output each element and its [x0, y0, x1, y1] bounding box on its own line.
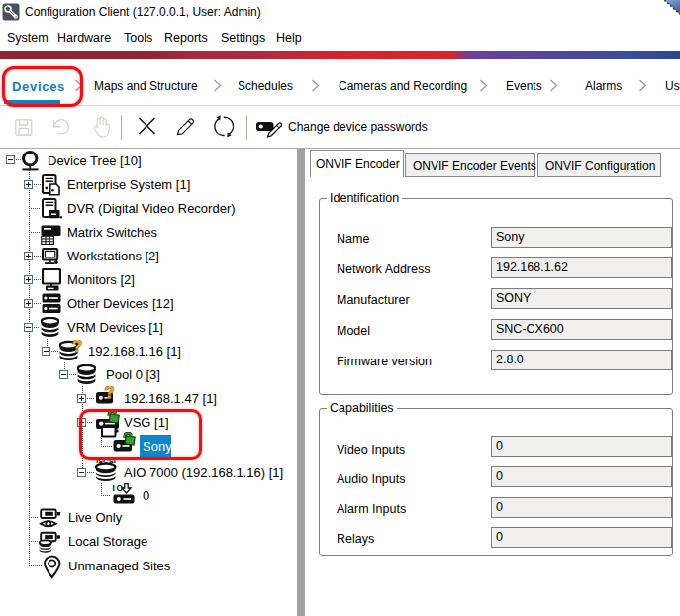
svg-text:?: ?	[72, 340, 82, 355]
svg-text:?: ?	[105, 386, 115, 401]
